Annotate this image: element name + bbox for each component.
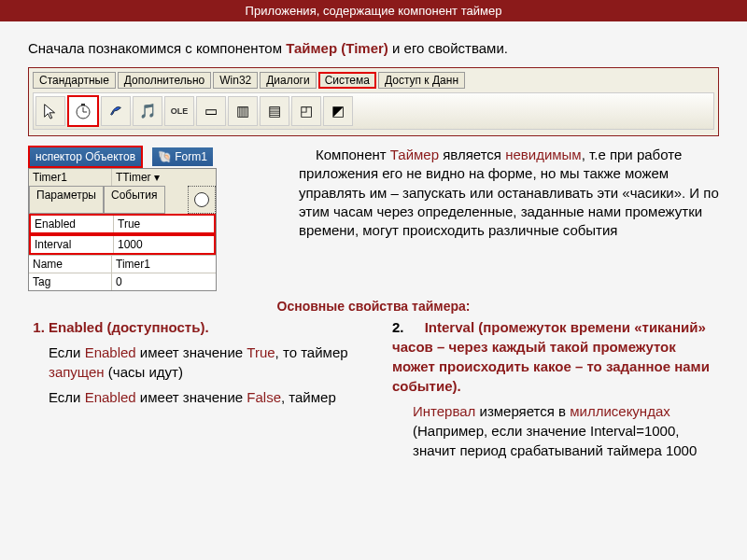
component-icon-4[interactable]: ◰ — [291, 96, 321, 126]
palette-icons: 🎵 OLE ▭ ▥ ▤ ◰ ◩ — [33, 92, 714, 130]
intro-comp: Таймер (Timer) — [286, 40, 388, 56]
form-designer-title: 🐚 Form1 — [152, 147, 213, 166]
desc-t3: является — [439, 147, 505, 162]
enabled-false-para: Если Enabled имеет значение False, тайме… — [49, 387, 355, 407]
num-2: 2. — [392, 319, 404, 335]
section-header: Основные свойства таймера: — [28, 299, 719, 314]
enabled-column: Enabled (доступность). Если Enabled имее… — [28, 317, 355, 460]
l-p1a: Если — [49, 344, 85, 360]
lower-columns: Enabled (доступность). Если Enabled имее… — [28, 317, 719, 460]
prop-enabled-value[interactable]: True — [114, 216, 214, 232]
desc-t2: Таймер — [390, 147, 439, 162]
intro-post: и его свойствами. — [388, 40, 508, 56]
enabled-heading: Enabled (доступность). — [49, 317, 355, 337]
tab-win32[interactable]: Win32 — [213, 72, 258, 89]
l-p2c: имеет значение — [136, 389, 247, 405]
prop-tag-value[interactable]: 0 — [112, 273, 216, 290]
tab-events[interactable]: События — [104, 186, 165, 214]
l-p2a: Если — [49, 389, 85, 405]
l-p1g: (часы идут) — [105, 364, 183, 380]
timer-icon[interactable] — [67, 95, 99, 127]
intro-text: Сначала познакомимся с компонентом Тайме… — [28, 40, 719, 56]
l-p1e: , то таймер — [275, 344, 348, 360]
tab-properties[interactable]: Параметры — [29, 186, 104, 214]
component-icon-5[interactable]: ◩ — [323, 96, 353, 126]
interval-para: Интервал измеряется в миллисекундах (Нап… — [413, 401, 719, 460]
enabled-true-para: Если Enabled имеет значение True, то тай… — [49, 343, 355, 382]
r-p1a: Интервал — [413, 403, 475, 419]
component-icon-1[interactable]: ▭ — [196, 96, 226, 126]
l-p1d: True — [247, 344, 275, 360]
object-inspector-title: нспектор Объектов — [28, 146, 143, 168]
l-p2e: , таймер — [281, 389, 336, 405]
prop-interval-row[interactable]: Interval 1000 — [29, 234, 216, 255]
desc-t1: Компонент — [316, 147, 390, 162]
object-class: TTimer ▾ — [112, 169, 216, 186]
inspector-column: нспектор Объектов 🐚 Form1 Timer1 TTimer … — [28, 146, 271, 291]
tab-additional[interactable]: Дополнительно — [118, 72, 211, 89]
component-palette: Стандартные Дополнительно Win32 Диалоги … — [28, 67, 719, 136]
desc-t4: невидимым — [505, 147, 582, 162]
svg-rect-3 — [81, 104, 85, 105]
content: Сначала познакомимся с компонентом Тайме… — [0, 21, 747, 460]
l-p2d: False — [247, 389, 281, 405]
ole-label: OLE — [171, 106, 189, 116]
tab-standard[interactable]: Стандартные — [33, 72, 116, 89]
l-p2b: Enabled — [85, 389, 136, 405]
timer-on-form-icon[interactable] — [188, 186, 216, 214]
interval-column: 2. Interval (промежуток времени «тиканий… — [392, 317, 719, 460]
r-p1c: миллисекундах — [570, 403, 670, 419]
l-p1f: запущен — [49, 364, 105, 380]
mediaplayer-icon[interactable]: 🎵 — [133, 96, 162, 126]
prop-name-value[interactable]: Timer1 — [112, 256, 216, 273]
component-icon-3[interactable]: ▤ — [260, 96, 289, 126]
object-name: Timer1 — [29, 169, 112, 186]
cursor-icon[interactable] — [35, 96, 65, 126]
r-h1: Interval — [425, 319, 474, 335]
page-title: Приложения, содержащие компонент таймер — [0, 0, 747, 21]
prop-interval-value[interactable]: 1000 — [114, 236, 214, 253]
form-name: Form1 — [175, 150, 207, 163]
paintbox-icon[interactable] — [101, 96, 131, 126]
r-p1d: (Например, если значение Interval=1000, … — [413, 423, 697, 458]
prop-tag-row[interactable]: Tag 0 — [29, 273, 216, 290]
tab-data-access[interactable]: Доступ к Данн — [378, 72, 465, 89]
object-inspector: Timer1 TTimer ▾ Параметры События Enable… — [28, 168, 217, 291]
tab-system[interactable]: Система — [318, 72, 376, 89]
interval-heading-row: 2. Interval (промежуток времени «тиканий… — [392, 317, 719, 396]
prop-enabled-row[interactable]: Enabled True — [29, 214, 216, 234]
inspector-object-select[interactable]: Timer1 TTimer ▾ — [29, 169, 216, 186]
component-icon-2[interactable]: ▥ — [228, 96, 258, 126]
inspector-tabs: Параметры События — [29, 186, 216, 214]
prop-enabled-label: Enabled — [31, 216, 114, 232]
prop-interval-label: Interval — [31, 236, 114, 253]
prop-name-label: Name — [29, 256, 112, 273]
tab-dialogs[interactable]: Диалоги — [260, 72, 316, 89]
enabled-list: Enabled (доступность). — [28, 317, 355, 337]
interval-heading: Interval (промежуток времени «тиканий» ч… — [392, 319, 710, 394]
prop-name-row[interactable]: Name Timer1 — [29, 255, 216, 273]
r-p1b: измеряется в — [475, 403, 570, 419]
palette-tabs: Стандартные Дополнительно Win32 Диалоги … — [33, 70, 714, 92]
timer-description: Компонент Таймер является невидимым, т.е… — [299, 146, 719, 291]
middle-row: нспектор Объектов 🐚 Form1 Timer1 TTimer … — [28, 146, 719, 291]
prop-tag-label: Tag — [29, 273, 112, 290]
ole-icon[interactable]: OLE — [164, 96, 194, 126]
l-p1b: Enabled — [85, 344, 136, 360]
intro-pre: Сначала познакомимся с компонентом — [28, 40, 286, 56]
l-p1c: имеет значение — [136, 344, 247, 360]
